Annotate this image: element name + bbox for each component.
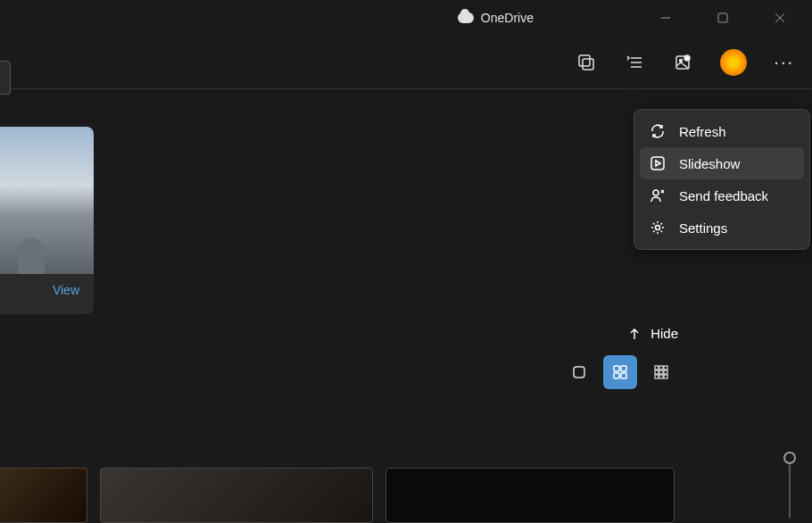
menu-item-refresh[interactable]: Refresh [640, 115, 804, 147]
menu-label: Send feedback [679, 188, 768, 203]
arrow-up-icon [627, 327, 642, 341]
svg-rect-23 [655, 370, 659, 374]
svg-rect-24 [659, 370, 663, 374]
thumbnail[interactable] [100, 468, 373, 523]
image-card: View [0, 127, 94, 314]
gallery-icon[interactable] [576, 52, 597, 73]
menu-label: Settings [679, 220, 727, 236]
onedrive-label: OneDrive [481, 11, 534, 25]
image-edit-icon[interactable] [672, 52, 693, 73]
svg-rect-21 [659, 366, 663, 369]
scrollbar-thumb[interactable] [783, 452, 796, 464]
menu-label: Slideshow [679, 156, 740, 171]
svg-rect-28 [664, 375, 667, 378]
context-menu: Refresh Slideshow Send feedback Settings [634, 109, 810, 250]
svg-rect-4 [579, 55, 590, 66]
svg-rect-19 [621, 373, 626, 378]
close-button[interactable] [762, 4, 798, 32]
scrollbar[interactable] [789, 455, 791, 518]
view-link[interactable]: View [0, 274, 94, 306]
feedback-icon [649, 187, 667, 204]
svg-rect-20 [655, 366, 659, 369]
hide-button[interactable]: Hide [627, 326, 678, 341]
toolbar: ··· [0, 36, 812, 89]
window-controls [641, 4, 805, 32]
view-single-button[interactable] [562, 355, 596, 389]
svg-rect-5 [583, 59, 593, 70]
svg-rect-16 [614, 366, 619, 371]
svg-rect-1 [718, 13, 727, 22]
settings-icon [649, 219, 667, 237]
svg-point-11 [684, 55, 690, 61]
view-grid-small-button[interactable] [644, 355, 678, 389]
svg-rect-22 [664, 366, 667, 369]
thumbnail[interactable] [0, 468, 87, 523]
image-thumbnail[interactable] [0, 127, 94, 274]
svg-rect-12 [651, 157, 664, 170]
refresh-icon [649, 122, 667, 140]
svg-rect-25 [664, 370, 667, 374]
maximize-button[interactable] [705, 4, 741, 32]
avatar[interactable] [720, 49, 747, 76]
menu-item-slideshow[interactable]: Slideshow [640, 147, 804, 179]
svg-point-14 [656, 226, 660, 230]
hide-label: Hide [650, 326, 678, 341]
menu-label: Refresh [679, 124, 726, 139]
svg-rect-18 [614, 373, 619, 378]
minimize-button[interactable] [648, 4, 684, 32]
svg-rect-15 [574, 367, 584, 378]
svg-rect-17 [621, 366, 626, 371]
menu-item-feedback[interactable]: Send feedback [640, 179, 804, 212]
svg-rect-26 [655, 375, 659, 378]
thumbnail-strip [0, 468, 675, 523]
more-button[interactable]: ··· [774, 52, 794, 72]
view-toggles [562, 355, 678, 389]
list-icon[interactable] [624, 52, 645, 73]
onedrive-section[interactable]: OneDrive [458, 11, 534, 25]
slideshow-icon [649, 154, 667, 172]
menu-item-settings[interactable]: Settings [640, 212, 804, 244]
cloud-icon [458, 12, 474, 23]
view-grid-button[interactable] [603, 355, 637, 389]
svg-rect-27 [659, 375, 663, 378]
svg-point-13 [653, 190, 659, 195]
titlebar: OneDrive [0, 0, 812, 36]
thumbnail[interactable] [385, 468, 675, 523]
partial-element [0, 61, 11, 95]
